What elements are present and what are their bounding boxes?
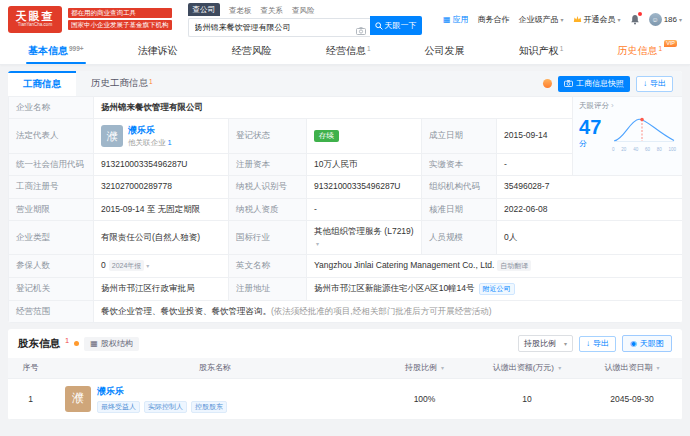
shareholders-title: 股东信息 bbox=[18, 337, 60, 351]
table-row: 企业名称 扬州锦来餐饮管理有限公司 天眼评分 › 47分 bbox=[9, 97, 683, 119]
tab-basic-info-count: 999+ bbox=[69, 45, 84, 52]
company-type-value: 有限责任公司(自然人独资) bbox=[94, 221, 229, 255]
snapshot-button[interactable]: 工商信息快照 bbox=[558, 76, 630, 92]
reg-authority-value: 扬州市邗江区行政审批局 bbox=[94, 277, 229, 300]
tab-basic-info[interactable]: 基本信息999+ bbox=[26, 38, 86, 64]
tianyan-graph-label: 天眼图 bbox=[640, 338, 664, 349]
tab-operation-info[interactable]: 经营信息1 bbox=[324, 38, 373, 64]
export-button[interactable]: ↓ 导出 bbox=[636, 76, 673, 92]
hint-dot-icon bbox=[74, 341, 79, 346]
tab-operation-risk[interactable]: 经营风险 bbox=[230, 38, 274, 64]
menu-apps[interactable]: ▦ 应用 bbox=[443, 14, 469, 25]
search-button[interactable]: 天眼一下 bbox=[370, 16, 422, 35]
chevron-down-icon: ▾ bbox=[564, 340, 567, 347]
tianyan-graph-button[interactable]: ◉ 天眼图 bbox=[622, 335, 672, 352]
menu-enterprise[interactable]: 企业级产品 ▾ bbox=[519, 14, 564, 25]
menu-cooperation[interactable]: 商务合作 bbox=[478, 14, 510, 25]
notification-bell-icon[interactable] bbox=[630, 14, 640, 25]
top-header: 天眼查 TianYanCha.com 都在用的商业查询工具 国家中小企业发展子基… bbox=[0, 0, 690, 38]
shareholder-tag[interactable]: 实际控制人 bbox=[144, 401, 187, 413]
tab-operation-label: 经营信息 bbox=[326, 44, 366, 58]
chevron-down-icon[interactable]: ▾ bbox=[316, 241, 319, 247]
approval-date-value: 2022-06-08 bbox=[497, 198, 683, 220]
tab-business-registration[interactable]: 工商信息 bbox=[8, 71, 76, 96]
tab-legal-label: 法律诉讼 bbox=[138, 44, 178, 58]
menu-apps-label: 应用 bbox=[453, 14, 469, 25]
tab-risk-label: 经营风险 bbox=[232, 44, 272, 58]
english-name-cell: Yangzhou Jinlai Catering Management Co.,… bbox=[307, 255, 683, 277]
chevron-down-icon: ▾ bbox=[679, 16, 682, 23]
legal-rep-avatar[interactable]: 濮 bbox=[101, 125, 123, 147]
business-scope-cell: 餐饮企业管理、餐饮业投资、餐饮管理咨询。(依法须经批准的项目,经相关部门批准后方… bbox=[94, 300, 683, 322]
col-index: 序号 bbox=[8, 358, 53, 378]
table-row: 营业期限 2015-09-14 至 无固定期限 纳税人资质 - 核准日期 202… bbox=[9, 198, 683, 220]
tab-history-info[interactable]: 历史信息1 VIP bbox=[615, 38, 664, 64]
field-label: 成立日期 bbox=[422, 119, 497, 153]
paid-capital-value: - bbox=[497, 153, 573, 175]
taxpayer-quality-value: - bbox=[307, 198, 422, 220]
nearby-companies-link[interactable]: 附近公司 bbox=[479, 283, 515, 295]
reg-capital-value: 10万人民币 bbox=[307, 153, 422, 175]
annual-report-chip[interactable]: 2024年报 bbox=[109, 260, 145, 271]
tianyancha-logo[interactable]: 天眼查 TianYanCha.com bbox=[8, 6, 62, 33]
logo-domain: TianYanCha.com bbox=[18, 22, 52, 28]
field-label: 统一社会信用代码 bbox=[9, 153, 94, 175]
menu-vip-label: 开通会员 bbox=[584, 14, 616, 25]
credit-code-value: 91321000335496287U bbox=[94, 153, 229, 175]
tab-company-development[interactable]: 公司发展 bbox=[423, 38, 467, 64]
search-tab-risk[interactable]: 查风险 bbox=[292, 5, 315, 16]
reg-address-cell: 扬州市邗江区新能源住宅小区A区10幢14号附近公司 bbox=[307, 277, 683, 300]
search-tab-boss[interactable]: 查老板 bbox=[229, 5, 252, 16]
tab-intellectual-property[interactable]: 知识产权1 bbox=[517, 38, 566, 64]
search-input[interactable] bbox=[188, 18, 370, 37]
shareholder-tag[interactable]: 最终受益人 bbox=[97, 401, 140, 413]
shareholder-avatar[interactable]: 濮 bbox=[65, 386, 91, 412]
search-button-label: 天眼一下 bbox=[385, 20, 417, 31]
menu-vip[interactable]: 开通会员 ▾ bbox=[573, 14, 621, 25]
legal-rep-cell: 濮 濮乐乐 他关联企业 1 bbox=[94, 119, 229, 153]
table-header-row: 序号 股东名称 持股比例 ▾ 认缴出资额(万元) ▾ 认缴出资日期 ▾ bbox=[8, 358, 682, 378]
company-name-value: 扬州锦来餐饮管理有限公司 bbox=[94, 97, 573, 119]
shareholder-tag[interactable]: 控股股东 bbox=[191, 401, 227, 413]
search-type-tabs: 查公司 查老板 查关系 查风险 bbox=[188, 3, 422, 16]
shareholders-card: 股东信息 1 ▦ 股权结构 持股比例 ▾ ↓ 导出 ◉ 天眼图 bbox=[8, 329, 682, 420]
col-holding-ratio[interactable]: 持股比例 ▾ bbox=[377, 358, 472, 378]
equity-structure-button[interactable]: ▦ 股权结构 bbox=[84, 337, 139, 351]
tab-development-label: 公司发展 bbox=[425, 44, 465, 58]
col-subscribed-amount[interactable]: 认缴出资额(万元) ▾ bbox=[472, 358, 582, 378]
field-label: 纳税人资质 bbox=[229, 198, 307, 220]
score-distribution-chart: 020406080100 bbox=[612, 114, 676, 153]
brand-slogan: 都在用的商业查询工具 国家中小企业发展子基金旗下机构 bbox=[68, 8, 172, 30]
english-name-value: Yangzhou Jinlai Catering Management Co.,… bbox=[314, 260, 494, 270]
score-axis: 020406080100 bbox=[612, 147, 676, 153]
tab-legal-proceedings[interactable]: 法律诉讼 bbox=[136, 38, 180, 64]
tianyancha-score-panel[interactable]: 天眼评分 › 47分 bbox=[573, 97, 682, 176]
field-label: 人员规模 bbox=[422, 221, 497, 255]
apps-grid-icon: ▦ bbox=[443, 15, 451, 24]
download-icon: ↓ bbox=[643, 79, 647, 88]
taxpayer-id-value: 91321000335496287U bbox=[307, 176, 422, 198]
camera-search-icon[interactable] bbox=[356, 21, 366, 39]
shareholders-header: 股东信息 1 ▦ 股权结构 持股比例 ▾ ↓ 导出 ◉ 天眼图 bbox=[8, 329, 682, 358]
search-tab-company[interactable]: 查公司 bbox=[188, 3, 221, 16]
business-scope-value: 餐饮企业管理、餐饮业投资、餐饮管理咨询。 bbox=[101, 306, 271, 316]
relation-count-link[interactable]: 1 bbox=[168, 138, 172, 147]
legal-rep-name-link[interactable]: 濮乐乐 bbox=[128, 124, 172, 136]
sort-caret-icon: ▾ bbox=[558, 365, 561, 371]
shareholders-export-button[interactable]: ↓ 导出 bbox=[579, 336, 616, 352]
chevron-down-icon[interactable]: ▾ bbox=[146, 263, 149, 269]
col-subscribed-date[interactable]: 认缴出资日期 ▾ bbox=[582, 358, 682, 378]
search-tab-relation[interactable]: 查关系 bbox=[261, 5, 284, 16]
shareholder-name-cell: 濮 濮乐乐 最终受益人 实际控制人 控股股东 bbox=[53, 378, 377, 419]
field-label: 英文名称 bbox=[229, 255, 307, 277]
shareholder-name-link[interactable]: 濮乐乐 bbox=[97, 385, 227, 398]
holding-ratio-value: 100% bbox=[377, 378, 472, 419]
holding-ratio-selected: 持股比例 bbox=[524, 338, 556, 349]
holding-ratio-select[interactable]: 持股比例 ▾ bbox=[518, 335, 573, 352]
field-label: 实缴资本 bbox=[422, 153, 497, 175]
tab-history-business-registration[interactable]: 历史工商信息1 bbox=[76, 71, 168, 96]
user-account[interactable]: ☺ 186 ▾ bbox=[649, 13, 682, 26]
chevron-down-icon: ▾ bbox=[618, 16, 621, 23]
score-value-wrap: 47分 bbox=[579, 116, 608, 150]
promo-icon[interactable] bbox=[543, 79, 552, 88]
